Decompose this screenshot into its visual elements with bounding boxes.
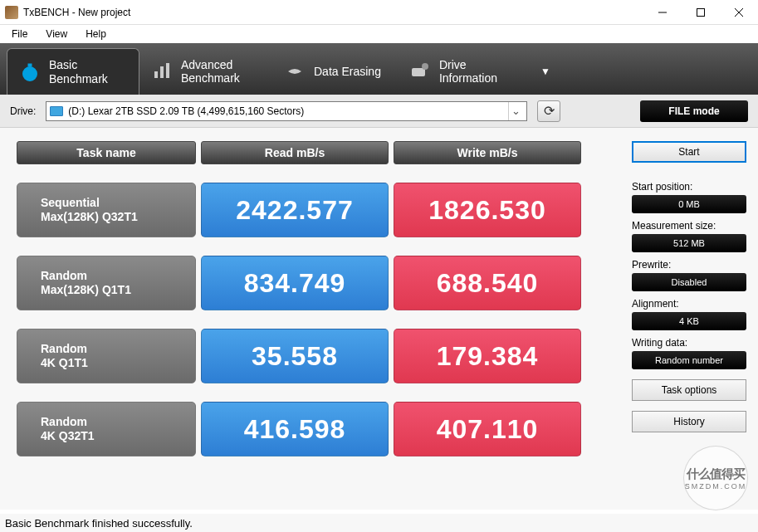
measurement-size: Measurement size: 512 MB (632, 220, 746, 252)
measurement-size-value[interactable]: 512 MB (632, 234, 746, 252)
bars-icon (151, 61, 173, 82)
task-line2: 4K Q32T1 (41, 429, 195, 443)
start-position-label: Start position: (632, 181, 746, 193)
menu-file[interactable]: File (3, 27, 36, 41)
stopwatch-icon (19, 61, 41, 83)
chevron-down-icon: ⌄ (508, 102, 523, 120)
history-button[interactable]: History (632, 411, 746, 432)
task-name: Random Max(128K) Q1T1 (17, 256, 196, 310)
prewrite-label: Prewrite: (632, 259, 746, 271)
write-value: 179.384 (394, 329, 581, 383)
tab-basic-benchmark[interactable]: Basic Benchmark (7, 48, 139, 95)
menu-view[interactable]: View (37, 27, 76, 41)
drive-toolbar: Drive: (D:) Lexar 2TB SSD 2.09 TB (4,499… (0, 95, 758, 128)
tab-data-erasing[interactable]: Data Erasing (272, 48, 398, 95)
tab-advanced-benchmark[interactable]: Advanced Benchmark (139, 48, 272, 95)
read-value: 834.749 (201, 256, 389, 310)
task-name: Sequential Max(128K) Q32T1 (17, 183, 196, 237)
tab-bar: Basic Benchmark Advanced Benchmark Data … (0, 43, 758, 95)
tab-label: Basic (49, 58, 108, 71)
side-panel: Start Start position: 0 MB Measurement s… (632, 128, 758, 510)
status-text: Basic Benchmark finished successfully. (5, 517, 193, 530)
erase-icon (284, 61, 306, 82)
measurement-size-label: Measurement size: (632, 220, 746, 232)
task-line1: Random (41, 269, 195, 283)
read-value: 416.598 (201, 402, 389, 456)
task-line2: Max(128K) Q1T1 (41, 283, 195, 297)
task-line1: Sequential (41, 196, 195, 210)
svg-rect-5 (28, 64, 32, 66)
write-value: 407.110 (394, 402, 581, 456)
table-row: Random 4K Q1T1 35.558 179.384 (17, 329, 622, 383)
tab-label: Benchmark (181, 71, 240, 85)
app-icon (5, 6, 18, 19)
refresh-button[interactable]: ⟳ (537, 100, 560, 122)
writing-data: Writing data: Random number (632, 337, 746, 369)
drive-info-icon (409, 61, 431, 82)
header-task: Task name (17, 141, 196, 164)
maximize-button[interactable] (682, 0, 720, 25)
read-value: 2422.577 (201, 183, 389, 237)
table-header: Task name Read mB/s Write mB/s (17, 141, 622, 164)
read-value: 35.558 (201, 329, 389, 383)
table-row: Random Max(128K) Q1T1 834.749 688.540 (17, 256, 622, 310)
prewrite-value[interactable]: Disabled (632, 273, 746, 291)
drive-value: (D:) Lexar 2TB SSD 2.09 TB (4,499,615,16… (68, 105, 304, 117)
task-options-button[interactable]: Task options (632, 379, 746, 401)
svg-rect-9 (166, 63, 169, 78)
svg-rect-8 (160, 66, 164, 78)
file-mode-button[interactable]: FILE mode (640, 100, 748, 122)
minimize-button[interactable] (643, 0, 682, 25)
title-bar: TxBENCH - New project (0, 0, 758, 25)
start-position-value[interactable]: 0 MB (632, 195, 746, 213)
disk-icon (50, 106, 63, 116)
menu-bar: File View Help (0, 25, 758, 43)
task-name: Random 4K Q32T1 (17, 402, 196, 456)
table-row: Random 4K Q32T1 416.598 407.110 (17, 402, 622, 456)
tab-label: Data Erasing (314, 65, 381, 78)
header-read: Read mB/s (201, 141, 389, 164)
task-line2: 4K Q1T1 (41, 356, 195, 370)
tab-label: Advanced (181, 58, 240, 71)
writing-data-label: Writing data: (632, 337, 746, 349)
close-button[interactable] (720, 0, 758, 25)
drive-select[interactable]: (D:) Lexar 2TB SSD 2.09 TB (4,499,615,16… (46, 101, 527, 121)
window-title: TxBENCH - New project (23, 7, 130, 18)
header-write: Write mB/s (394, 141, 581, 164)
drive-label: Drive: (10, 105, 36, 117)
tab-label: Information (439, 71, 497, 85)
svg-rect-7 (154, 71, 158, 78)
task-name: Random 4K Q1T1 (17, 329, 196, 383)
start-button[interactable]: Start (632, 141, 746, 163)
task-line1: Random (41, 415, 195, 429)
alignment-label: Alignment: (632, 298, 746, 310)
prewrite: Prewrite: Disabled (632, 259, 746, 291)
start-position: Start position: 0 MB (632, 181, 746, 213)
task-line2: Max(128K) Q32T1 (41, 210, 195, 224)
refresh-icon: ⟳ (544, 103, 555, 119)
tab-label: Drive (439, 58, 497, 71)
write-value: 688.540 (394, 256, 581, 310)
svg-rect-1 (697, 8, 705, 16)
svg-point-11 (422, 63, 428, 70)
alignment-value[interactable]: 4 KB (632, 312, 746, 330)
tab-overflow-button[interactable]: ▼ (540, 66, 550, 77)
results-panel: Task name Read mB/s Write mB/s Sequentia… (0, 128, 632, 510)
status-bar: Basic Benchmark finished successfully. (0, 514, 758, 532)
alignment: Alignment: 4 KB (632, 298, 746, 330)
write-value: 1826.530 (394, 183, 581, 237)
task-line1: Random (41, 342, 195, 356)
tab-label: Benchmark (49, 72, 108, 85)
svg-rect-10 (412, 68, 425, 76)
main-content: Task name Read mB/s Write mB/s Sequentia… (0, 128, 758, 510)
writing-data-value[interactable]: Random number (632, 351, 746, 369)
menu-help[interactable]: Help (77, 27, 115, 41)
table-row: Sequential Max(128K) Q32T1 2422.577 1826… (17, 183, 622, 237)
tab-drive-information[interactable]: Drive Information (398, 48, 531, 95)
